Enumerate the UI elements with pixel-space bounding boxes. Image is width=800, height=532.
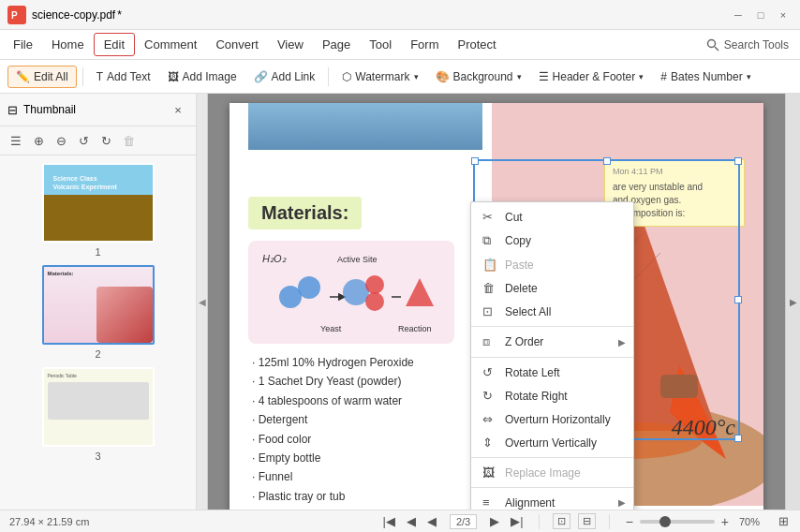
thumbnail-label-1: 1: [95, 246, 100, 258]
add-link-button[interactable]: 🔗 Add Link: [246, 66, 323, 87]
materials-title: Materials:: [248, 197, 362, 229]
prev-page-button[interactable]: ◀: [405, 514, 418, 528]
ctx-rotate-right[interactable]: ↻ Rotate Right: [471, 384, 633, 407]
add-image-button[interactable]: 🖼 Add Image: [160, 66, 244, 87]
thumbnail-close-button[interactable]: ×: [168, 99, 188, 120]
ctx-delete[interactable]: 🗑 Delete: [471, 276, 633, 300]
menu-view[interactable]: View: [268, 34, 313, 55]
material-item: Food color: [248, 430, 482, 449]
close-button[interactable]: ×: [774, 6, 793, 24]
ctx-copy-label: Copy: [505, 234, 531, 247]
panel-collapse-button[interactable]: ◀: [197, 94, 208, 510]
thumbnail-toolbar: ☰ ⊕ ⊖ ↺ ↻ 🗑: [0, 126, 196, 155]
first-page-button[interactable]: |◀: [381, 514, 397, 528]
maximize-button[interactable]: □: [751, 6, 770, 24]
svg-rect-20: [660, 375, 698, 398]
image-icon: 🖼: [168, 70, 179, 83]
edit-all-button[interactable]: ✏️ Edit All: [7, 66, 77, 88]
ctx-separator-4: [471, 487, 633, 488]
zoom-out-button[interactable]: −: [623, 514, 636, 529]
ctx-replace-image[interactable]: 🖼 Replace Image: [471, 461, 633, 484]
menu-comment[interactable]: Comment: [135, 34, 206, 55]
svg-point-13: [365, 292, 384, 311]
thumbnail-item-3[interactable]: Periodic Table 3: [7, 367, 188, 462]
z-order-icon: ⧈: [482, 334, 497, 349]
menu-bar: File Home Edit Comment Convert View Page…: [0, 30, 800, 60]
ctx-z-order[interactable]: ⧈ Z Order ▶: [471, 330, 633, 354]
next-page-button[interactable]: ▶: [488, 514, 501, 528]
toolbar-separator-2: [328, 67, 329, 86]
svg-line-3: [715, 47, 719, 51]
svg-point-11: [343, 279, 369, 305]
material-item: Dishwashing gloves: [248, 506, 482, 510]
thumbnail-item-2[interactable]: Materials: 2: [7, 265, 188, 360]
page-content-left: Materials: H₂O₂ Yeast Reaction Active Si…: [248, 103, 482, 510]
thumb-zoom-in-button[interactable]: ⊕: [28, 130, 49, 151]
zoom-controls: − + 70%: [623, 514, 769, 529]
menu-convert[interactable]: Convert: [206, 34, 268, 55]
thumb-delete-button[interactable]: 🗑: [118, 130, 139, 151]
svg-text:H₂O₂: H₂O₂: [262, 253, 287, 264]
view-mode-button[interactable]: ⊞: [777, 514, 791, 528]
svg-text:Active Site: Active Site: [337, 255, 378, 264]
watermark-dropdown-arrow: ▾: [414, 72, 419, 81]
thumb-zoom-out-button[interactable]: ⊖: [51, 130, 71, 151]
fit-page-button[interactable]: ⊡: [553, 513, 570, 529]
page-dimensions: 27.94 × 21.59 cm: [9, 516, 89, 527]
menu-edit[interactable]: Edit: [94, 33, 135, 56]
header-footer-button[interactable]: ☰ Header & Footer ▾: [531, 66, 652, 87]
fit-width-button[interactable]: ⊟: [578, 513, 596, 529]
menu-protect[interactable]: Protect: [448, 34, 505, 55]
thumbnail-image-3: Periodic Table: [42, 367, 155, 447]
ctx-select-all[interactable]: ⊡ Select All: [471, 300, 633, 323]
material-item: Empty bottle: [248, 449, 482, 467]
ctx-replace-image-label: Replace Image: [505, 466, 581, 480]
ctx-overturn-h[interactable]: ⇔ Overturn Horizontally: [471, 407, 633, 431]
bates-icon: #: [660, 70, 667, 83]
minimize-button[interactable]: ─: [729, 6, 748, 24]
thumbnail-label-3: 3: [95, 451, 100, 462]
page-canvas: Materials: H₂O₂ Yeast Reaction Active Si…: [230, 103, 763, 510]
zoom-in-button[interactable]: +: [719, 514, 732, 529]
prev-page-btn2[interactable]: ◀: [425, 514, 438, 528]
thumb-menu-button[interactable]: ☰: [6, 130, 26, 151]
bates-number-button[interactable]: # Bates Number ▾: [653, 66, 758, 87]
menu-form[interactable]: Form: [401, 34, 448, 55]
page-indicator: 2/3: [450, 514, 477, 529]
search-icon: [705, 37, 720, 52]
material-item: Funnel: [248, 467, 482, 486]
link-icon: 🔗: [254, 70, 268, 83]
ctx-copy[interactable]: ⧉ Copy: [471, 229, 633, 253]
watermark-button[interactable]: ⬡ Watermark ▾: [334, 66, 425, 87]
thumbnail-item-1[interactable]: Science ClassVolcanic Experiment 1: [7, 163, 188, 258]
ctx-rotate-left[interactable]: ↺ Rotate Left: [471, 361, 633, 384]
thumb-rotate-left-button[interactable]: ↺: [73, 130, 94, 151]
search-tools-label: Search Tools: [724, 38, 789, 52]
add-text-button[interactable]: T Add Text: [89, 66, 158, 87]
background-dropdown-arrow: ▾: [517, 72, 522, 81]
menu-tool[interactable]: Tool: [360, 34, 401, 55]
ctx-alignment[interactable]: ≡ Alignment ▶: [471, 491, 633, 510]
menu-file[interactable]: File: [4, 34, 42, 55]
right-panel-icon: ▶: [790, 297, 797, 307]
ctx-paste[interactable]: 📋 Paste: [471, 253, 633, 276]
menu-home[interactable]: Home: [42, 34, 94, 55]
ctx-overturn-v[interactable]: ⇕ Overturn Vertically: [471, 431, 633, 454]
ctx-cut[interactable]: ✂ Cut: [471, 205, 633, 229]
background-button[interactable]: 🎨 Background ▾: [428, 66, 529, 87]
toolbar-separator: [82, 67, 83, 86]
material-item: Detergent: [248, 410, 482, 429]
right-panel-toggle[interactable]: ▶: [785, 94, 800, 510]
thumb-rotate-right-button[interactable]: ↻: [96, 130, 116, 151]
header-dropdown-arrow: ▾: [639, 72, 644, 81]
ctx-separator-1: [471, 326, 633, 327]
last-page-button[interactable]: ▶|: [509, 514, 525, 528]
menu-page[interactable]: Page: [313, 34, 360, 55]
svg-point-9: [298, 276, 320, 299]
thumbnail-header: ⊟ Thumbnail ×: [0, 94, 196, 126]
zoom-slider[interactable]: [640, 520, 715, 524]
rotate-left-icon: ↺: [482, 365, 497, 379]
zoom-level: 70%: [739, 516, 769, 527]
material-item: 4 tablespoons of warm water: [248, 392, 482, 410]
bates-dropdown-arrow: ▾: [747, 72, 751, 81]
